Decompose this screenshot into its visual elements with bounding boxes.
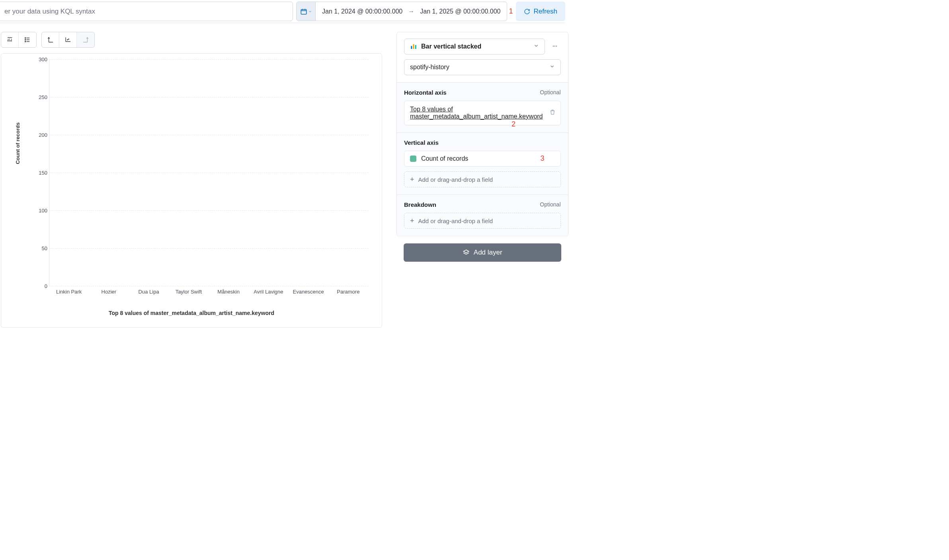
x-tick: Hozier: [89, 289, 129, 295]
vertical-axis-dropzone[interactable]: + Add or drag-and-drop a field: [404, 171, 561, 187]
breakdown-title: Breakdown: [404, 201, 436, 208]
y-tick: 100: [32, 207, 47, 213]
svg-point-2: [25, 39, 26, 40]
plus-icon: +: [410, 217, 414, 224]
y-tick: 150: [32, 170, 47, 176]
svg-rect-7: [413, 44, 414, 49]
svg-point-10: [554, 46, 555, 47]
y-axis-title: Count of records: [15, 122, 21, 164]
data-source-label: spotify-history: [410, 64, 449, 71]
axis-left-tool-button[interactable]: [42, 32, 59, 47]
date-end: Jan 1, 2025 @ 00:00:00.000: [420, 8, 500, 15]
bar-chart-icon: [410, 43, 417, 50]
y-tick: 0: [32, 283, 47, 289]
gridline: [49, 286, 368, 286]
annotation-1: 1: [509, 7, 513, 16]
horizontal-axis-field[interactable]: Top 8 values of master_metadata_album_ar…: [404, 101, 561, 125]
svg-rect-8: [415, 45, 416, 49]
x-tick: Paramore: [328, 289, 368, 295]
kql-search-input[interactable]: er your data using KQL syntax: [0, 2, 293, 21]
legend-icon: [24, 36, 31, 43]
x-tick: Evanescence: [289, 289, 328, 295]
vertical-axis-metric[interactable]: Count of records 3: [404, 151, 561, 167]
vertical-axis-drop-hint: Add or drag-and-drop a field: [418, 176, 493, 183]
optional-label: Optional: [540, 89, 560, 96]
annotation-3: 3: [540, 154, 544, 163]
kebab-icon: [552, 43, 558, 49]
refresh-icon: [524, 8, 530, 15]
y-tick: 50: [32, 245, 47, 251]
svg-point-9: [553, 46, 553, 47]
svg-rect-0: [301, 9, 307, 14]
x-tick: Måneskin: [209, 289, 248, 295]
add-layer-button[interactable]: Add layer: [404, 243, 561, 262]
kql-placeholder: er your data using KQL syntax: [4, 8, 95, 16]
legend-tool-button[interactable]: [19, 32, 36, 47]
chart-bars: [49, 59, 368, 286]
config-header: Bar vertical stacked spotify-history: [397, 32, 568, 82]
svg-point-3: [25, 41, 26, 42]
svg-point-5: [68, 39, 69, 40]
date-picker[interactable]: Jan 1, 2024 @ 00:00:00.000 → Jan 1, 2025…: [296, 2, 507, 21]
vertical-axis-title: Vertical axis: [404, 139, 439, 146]
y-tick: 200: [32, 132, 47, 138]
vertical-axis-section: Vertical axis Count of records 3 + Add o…: [397, 132, 568, 194]
axis-left-icon: [47, 36, 54, 43]
breakdown-drop-hint: Add or drag-and-drop a field: [418, 218, 493, 224]
data-source-select[interactable]: spotify-history: [404, 59, 561, 75]
breakdown-dropzone[interactable]: + Add or drag-and-drop a field: [404, 213, 561, 229]
chart-card: Count of records Linkin ParkHozierDua Li…: [1, 53, 382, 328]
svg-rect-6: [411, 46, 412, 49]
axis-bottom-icon: [64, 36, 72, 43]
refresh-button[interactable]: Refresh: [516, 2, 565, 21]
vertical-axis-metric-label: Count of records: [421, 155, 468, 162]
arrow-right-icon: →: [408, 8, 414, 15]
refresh-label: Refresh: [533, 8, 557, 16]
y-tick: 300: [32, 56, 47, 62]
horizontal-axis-section: Horizontal axis Optional Top 8 values of…: [397, 82, 568, 132]
date-range[interactable]: Jan 1, 2024 @ 00:00:00.000 → Jan 1, 2025…: [316, 2, 507, 21]
breakdown-section: Breakdown Optional + Add or drag-and-dro…: [397, 194, 568, 236]
metric-color-swatch: [410, 156, 416, 162]
tool-group-2: [41, 32, 95, 48]
optional-label: Optional: [540, 201, 560, 208]
svg-point-11: [556, 46, 557, 47]
x-tick: Dua Lipa: [129, 289, 169, 295]
visualization-type-label: Bar vertical stacked: [421, 43, 481, 50]
axis-right-tool-button: [77, 32, 94, 47]
horizontal-axis-field-label: Top 8 values of master_metadata_album_ar…: [410, 106, 543, 120]
svg-point-4: [67, 39, 68, 40]
chevron-down-icon: [549, 64, 555, 71]
date-start: Jan 1, 2024 @ 00:00:00.000: [322, 8, 402, 15]
panel-options-button[interactable]: [549, 40, 561, 52]
top-bar: er your data using KQL syntax Jan 1, 202…: [0, 0, 565, 23]
calendar-button[interactable]: [297, 2, 316, 21]
config-panel: Bar vertical stacked spotify-history Hor…: [396, 32, 568, 236]
horizontal-axis-title: Horizontal axis: [404, 89, 447, 96]
add-layer-label: Add layer: [474, 249, 502, 257]
axis-bottom-tool-button[interactable]: [59, 32, 77, 47]
chevron-down-icon: [533, 43, 539, 50]
chart-pane: Count of records Linkin ParkHozierDua Li…: [1, 32, 382, 328]
y-tick: 250: [32, 94, 47, 100]
chart-toolbar: [1, 32, 382, 48]
x-tick: Linkin Park: [49, 289, 89, 295]
chart-body: Count of records Linkin ParkHozierDua Li…: [27, 59, 372, 294]
tool-group-1: [1, 32, 37, 48]
axis-right-icon: [82, 36, 89, 43]
x-tick: Taylor Swift: [169, 289, 209, 295]
brush-tool-button[interactable]: [1, 32, 19, 47]
x-ticks: Linkin ParkHozierDua LipaTaylor SwiftMån…: [49, 289, 368, 295]
calendar-icon: [300, 8, 307, 15]
svg-point-1: [25, 37, 26, 38]
trash-icon: [549, 109, 556, 115]
layers-icon: [463, 249, 470, 256]
x-axis-title: Top 8 values of master_metadata_album_ar…: [11, 310, 372, 316]
plus-icon: +: [410, 176, 414, 183]
chevron-down-icon: [308, 10, 312, 14]
brush-icon: [6, 36, 14, 43]
x-tick: Avril Lavigne: [248, 289, 288, 295]
visualization-type-select[interactable]: Bar vertical stacked: [404, 39, 545, 54]
delete-field-button[interactable]: [549, 109, 556, 117]
